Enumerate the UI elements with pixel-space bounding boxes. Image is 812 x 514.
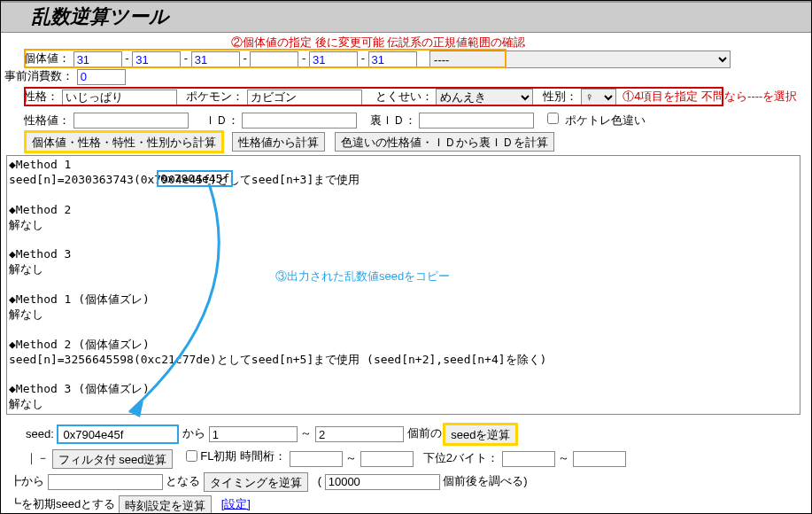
hint-3: ③出力された乱数値seedをコピー: [275, 269, 450, 284]
iv-field-3[interactable]: [250, 51, 298, 67]
calc-from-stat-button[interactable]: 性格値から計算: [232, 132, 325, 152]
preconsume-label: 事前消費数：: [4, 68, 73, 84]
lower-byte-min-field[interactable]: [502, 451, 555, 467]
settings-link[interactable]: [設定]: [221, 497, 251, 510]
iv-sep: -: [361, 51, 365, 65]
seed-max-field[interactable]: [315, 426, 404, 442]
iv-label: 個体値：: [24, 51, 70, 66]
seed-label: seed:: [26, 427, 54, 440]
hint-1: ①4項目を指定 不問なら----を選択: [623, 90, 797, 103]
nature-field[interactable]: [62, 90, 177, 105]
lower-byte-max-field[interactable]: [573, 451, 626, 467]
app-header: 乱数逆算ツール: [1, 1, 811, 33]
id-field[interactable]: [242, 113, 357, 128]
timing-range-field[interactable]: [325, 474, 440, 490]
iv-field-0[interactable]: [73, 51, 122, 67]
fl-time-max-field[interactable]: [360, 451, 414, 467]
fl-init-checkbox[interactable]: [186, 450, 197, 462]
seed-tilde: ～: [300, 427, 312, 440]
timing-paren-l: (: [318, 474, 321, 487]
iv-field-4[interactable]: [309, 51, 358, 67]
filter-seed-button[interactable]: フィルタ付 seed逆算: [52, 449, 174, 469]
iv-sep: -: [243, 51, 246, 65]
iv-field-2[interactable]: [191, 51, 240, 67]
time-setting-reverse-button[interactable]: 時刻設定を逆算: [119, 495, 212, 514]
output-textarea-1[interactable]: [6, 155, 800, 415]
timing-reverse-button[interactable]: タイミングを逆算: [204, 472, 308, 492]
lb-tilde: ～: [558, 451, 569, 464]
stat-label: 性格値：: [24, 113, 70, 128]
poketore-shiny-checkbox[interactable]: [547, 113, 559, 124]
pokemon-label: ポケモン：: [186, 89, 244, 105]
filter-bar: ｜－: [26, 450, 49, 466]
seed-field-highlight: [57, 424, 179, 444]
iv-sep: -: [125, 51, 128, 65]
nature-label: 性格：: [24, 89, 58, 105]
timing-suffix: 個前後を調べる): [443, 474, 527, 487]
fl-init-label: FL初期 時間桁：: [200, 448, 286, 464]
sid-label: 裏ＩＤ：: [370, 113, 416, 128]
pokemon-field[interactable]: [247, 90, 362, 105]
ability-label: とくせい：: [375, 89, 433, 105]
page-title: 乱数逆算ツール: [31, 4, 169, 30]
seed-field[interactable]: [60, 426, 175, 442]
iv-sep: -: [184, 51, 188, 65]
gender-select[interactable]: ♀: [581, 89, 616, 106]
sid-field[interactable]: [419, 113, 534, 128]
poketore-shiny-label: ポケトレ色違い: [565, 113, 646, 128]
iv-field-5[interactable]: [368, 51, 417, 67]
seed-min-field[interactable]: [209, 426, 298, 442]
iv-field-1[interactable]: [132, 51, 181, 67]
preconsume-field[interactable]: [77, 69, 126, 85]
init-prefix: ┗を初期seedとする: [10, 496, 115, 512]
stat-field[interactable]: [73, 113, 189, 128]
fl-tilde: ～: [345, 451, 357, 464]
fl-time-min-field[interactable]: [290, 451, 343, 467]
seed-reverse-button[interactable]: seedを逆算: [445, 424, 516, 444]
lower-bytes-label: 下位2バイト：: [423, 450, 499, 466]
calc-sid-button[interactable]: 色違いの性格値・ＩＤから裏ＩＤを計算: [335, 132, 554, 152]
seed-highlight-box: 0x7904e45f: [157, 170, 233, 187]
seed-from: から: [182, 427, 205, 440]
ability-select[interactable]: めんえき: [436, 89, 533, 106]
timing-tonaru: となる: [166, 474, 200, 487]
iv-dash-select[interactable]: ----: [429, 51, 731, 68]
timing-prefix: ┣から: [10, 473, 44, 489]
id-label: ＩＤ：: [205, 113, 239, 128]
calc-from-iv-button[interactable]: 個体値・性格・特性・性別から計算: [26, 132, 222, 152]
iv-sep: -: [302, 51, 305, 65]
seed-komae: 個前の: [407, 427, 442, 440]
timing-value-field[interactable]: [48, 474, 163, 490]
gender-label: 性別：: [543, 89, 577, 105]
